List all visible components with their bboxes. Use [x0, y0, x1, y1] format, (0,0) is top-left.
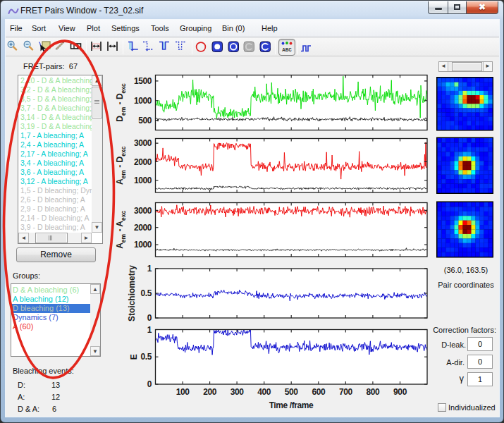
- svg-text:3000: 3000: [134, 206, 152, 216]
- svg-text:1: 1: [147, 325, 152, 335]
- svg-text:Stoichiometry: Stoichiometry: [127, 265, 137, 321]
- svg-text:800: 800: [366, 387, 380, 397]
- svg-text:400: 400: [257, 387, 271, 397]
- svg-text:Time /frame: Time /frame: [269, 400, 314, 410]
- svg-text:0: 0: [147, 313, 152, 323]
- svg-text:2000: 2000: [134, 223, 152, 233]
- svg-text:1: 1: [147, 264, 152, 274]
- svg-text:1000: 1000: [134, 96, 152, 106]
- svg-text:0.5: 0.5: [141, 352, 152, 362]
- svg-text:500: 500: [285, 387, 299, 397]
- svg-text:2000: 2000: [134, 157, 152, 167]
- svg-text:100: 100: [176, 387, 190, 397]
- svg-text:300: 300: [231, 387, 245, 397]
- svg-text:0.5: 0.5: [141, 288, 152, 298]
- svg-text:700: 700: [339, 387, 353, 397]
- svg-text:900: 900: [393, 387, 407, 397]
- svg-text:Dem - Dexc: Dem - Dexc: [115, 83, 128, 122]
- svg-text:200: 200: [203, 387, 217, 397]
- svg-text:1500: 1500: [134, 76, 152, 86]
- svg-text:E: E: [129, 354, 139, 360]
- svg-text:0: 0: [147, 379, 152, 389]
- svg-text:Aem - Aexc: Aem - Aexc: [115, 211, 128, 249]
- svg-text:ABC: ABC: [282, 47, 292, 53]
- svg-text:1000: 1000: [134, 176, 152, 185]
- svg-text:600: 600: [312, 387, 326, 397]
- svg-text:500: 500: [138, 116, 152, 125]
- svg-text:Aem - Dexc: Aem - Dexc: [115, 146, 128, 185]
- svg-text:1000: 1000: [134, 240, 152, 250]
- svg-text:3000: 3000: [134, 138, 152, 148]
